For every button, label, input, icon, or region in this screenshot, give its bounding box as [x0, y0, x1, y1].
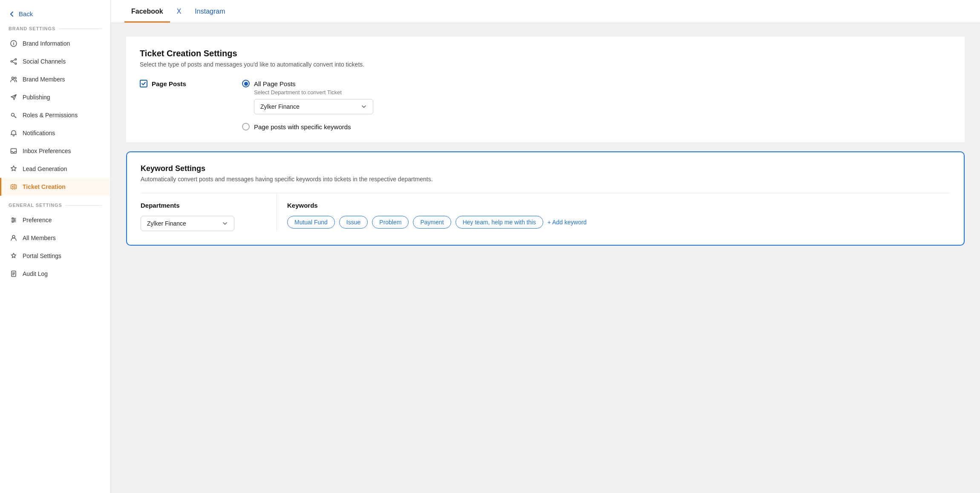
main-content: Facebook X Instagram Ticket Creation Set…	[111, 0, 980, 493]
radio-specific-keywords[interactable]	[242, 123, 250, 130]
info-icon	[10, 40, 17, 47]
sidebar-item-social-channels[interactable]: Social Channels	[0, 52, 110, 70]
sidebar-item-ticket-creation[interactable]: Ticket Creation	[0, 178, 110, 196]
page-posts-row: Page Posts All Page Posts Select Departm…	[140, 80, 951, 130]
key-icon	[10, 111, 17, 119]
sidebar-item-label: Audit Log	[23, 270, 48, 277]
sidebar-item-label: Portal Settings	[23, 252, 61, 259]
sidebar-item-brand-information[interactable]: Brand Information	[0, 35, 110, 52]
svg-line-6	[12, 60, 15, 61]
sliders-icon	[10, 216, 17, 224]
tab-x[interactable]: X	[170, 0, 188, 23]
settings-title: Ticket Creation Settings	[140, 49, 951, 58]
dept-select-value: Zylker Finance	[260, 103, 300, 110]
svg-point-21	[12, 218, 14, 219]
star-icon	[10, 252, 17, 260]
sidebar-item-label: Publishing	[23, 94, 50, 101]
keyword-tag-mutual-fund[interactable]: Mutual Fund	[287, 216, 335, 229]
radio-label: Page posts with specific keywords	[254, 123, 351, 130]
sidebar-item-label: Notifications	[23, 130, 55, 136]
tab-instagram[interactable]: Instagram	[188, 0, 232, 23]
svg-line-12	[15, 117, 16, 118]
dept-dropdown[interactable]: Zylker Finance	[141, 216, 234, 231]
sidebar-item-label: Brand Information	[23, 40, 70, 47]
keyword-subtitle: Automatically convert posts and messages…	[141, 176, 950, 183]
back-arrow-icon	[9, 11, 15, 17]
bell-icon	[10, 129, 17, 137]
sidebar-item-all-members[interactable]: All Members	[0, 229, 110, 247]
sidebar-item-publishing[interactable]: Publishing	[0, 88, 110, 106]
keyword-title: Keyword Settings	[141, 164, 950, 173]
sidebar-item-label: Social Channels	[23, 58, 66, 65]
svg-point-8	[12, 77, 14, 79]
sidebar-item-label: Lead Generation	[23, 165, 67, 172]
sidebar-item-label: All Members	[23, 235, 56, 241]
svg-point-15	[12, 186, 13, 187]
brand-settings-label: BRAND SETTINGS	[0, 26, 110, 35]
back-link[interactable]: Back	[0, 10, 110, 26]
sidebar-item-portal-settings[interactable]: Portal Settings	[0, 247, 110, 265]
sidebar-item-notifications[interactable]: Notifications	[0, 124, 110, 142]
sidebar-item-lead-generation[interactable]: Lead Generation	[0, 160, 110, 178]
svg-point-2	[13, 42, 14, 43]
svg-point-22	[14, 220, 15, 221]
tabs-bar: Facebook X Instagram	[111, 0, 980, 23]
share-icon	[10, 58, 17, 65]
keyword-tag-payment[interactable]: Payment	[413, 216, 451, 229]
general-settings-label: GENERAL SETTINGS	[0, 203, 110, 211]
svg-point-9	[14, 77, 16, 79]
sidebar-item-inbox-preferences[interactable]: Inbox Preferences	[0, 142, 110, 160]
content-area: Ticket Creation Settings Select the type…	[111, 23, 980, 493]
svg-point-24	[12, 235, 15, 238]
col-keywords: Keywords Mutual Fund Issue Problem Payme…	[277, 193, 950, 231]
keyword-tag-problem[interactable]: Problem	[372, 216, 409, 229]
radio-all-page-posts[interactable]	[242, 80, 250, 87]
sidebar-item-label: Roles & Permissions	[23, 112, 78, 119]
sidebar-item-roles-permissions[interactable]: Roles & Permissions	[0, 106, 110, 124]
keyword-table: Departments Zylker Finance Keywords Mutu…	[141, 193, 950, 231]
users-icon	[10, 75, 17, 83]
page-posts-label: Page Posts	[152, 80, 186, 87]
radio-group: All Page Posts Select Department to conv…	[242, 80, 373, 130]
add-keyword-button[interactable]: + Add keyword	[548, 219, 587, 226]
keyword-tag-issue[interactable]: Issue	[339, 216, 368, 229]
page-posts-checkbox-label[interactable]: Page Posts	[140, 80, 208, 87]
col-keywords-header: Keywords	[287, 202, 950, 209]
people-icon	[10, 234, 17, 242]
page-posts-checkbox[interactable]	[140, 80, 147, 87]
doc-icon	[10, 270, 17, 278]
inbox-icon	[10, 147, 17, 155]
col-departments-header: Departments	[141, 202, 266, 209]
sidebar-item-label: Inbox Preferences	[23, 148, 71, 154]
keywords-row: Mutual Fund Issue Problem Payment Hey te…	[287, 216, 950, 229]
dept-select-label: Select Department to convert Ticket	[254, 89, 373, 96]
back-label: Back	[19, 10, 33, 17]
svg-rect-14	[11, 185, 17, 189]
keyword-settings-section: Keyword Settings Automatically convert p…	[126, 151, 965, 246]
sidebar-item-label: Brand Members	[23, 76, 65, 83]
tab-facebook[interactable]: Facebook	[124, 0, 170, 23]
sidebar-item-preference[interactable]: Preference	[0, 211, 110, 229]
svg-line-7	[12, 62, 15, 63]
radio-option-all-page-posts: All Page Posts Select Department to conv…	[242, 80, 373, 114]
lead-icon	[10, 165, 17, 173]
dept-dropdown-value: Zylker Finance	[147, 220, 186, 227]
ticket-icon	[10, 183, 17, 191]
dept-select-dropdown[interactable]: Zylker Finance	[254, 99, 373, 114]
send-icon	[10, 93, 17, 101]
svg-point-23	[12, 221, 14, 223]
sidebar-item-brand-members[interactable]: Brand Members	[0, 70, 110, 88]
sidebar-item-label: Ticket Creation	[23, 183, 66, 190]
radio-option-specific-keywords[interactable]: Page posts with specific keywords	[242, 123, 373, 130]
ticket-creation-settings: Ticket Creation Settings Select the type…	[126, 37, 965, 143]
col-departments: Departments Zylker Finance	[141, 193, 277, 231]
sidebar-item-label: Preference	[23, 217, 52, 223]
keyword-tag-hey-team[interactable]: Hey team, help me with this	[455, 216, 543, 229]
settings-subtitle: Select the type of posts and messages yo…	[140, 61, 951, 68]
sidebar-item-audit-log[interactable]: Audit Log	[0, 265, 110, 283]
sidebar: Back BRAND SETTINGS Brand Information So…	[0, 0, 111, 493]
radio-label: All Page Posts	[254, 80, 296, 87]
